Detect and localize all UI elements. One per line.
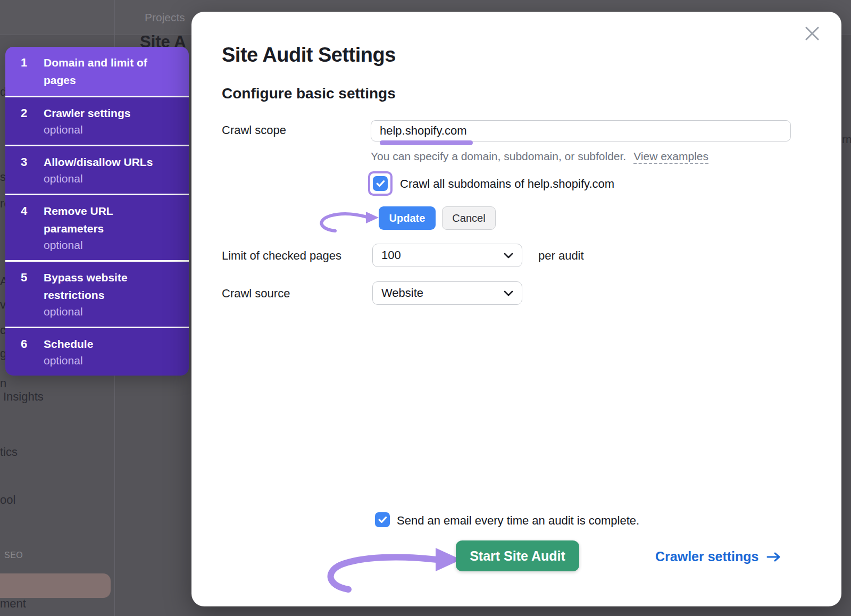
- crawl-source-select[interactable]: Website: [372, 281, 522, 305]
- crawl-scope-help-text: You can specify a domain, subdomain, or …: [371, 150, 626, 162]
- step-optional-tag: optional: [44, 171, 171, 187]
- screen: Projects Site A d s rc AP vi c g n Insig…: [0, 0, 851, 616]
- annotation-arrow-start: [322, 544, 465, 606]
- crawl-source-label: Crawl source: [222, 287, 290, 301]
- crawl-subdomains-label: Crawl all subdomains of help.shopify.com: [400, 177, 614, 191]
- limit-suffix: per audit: [538, 249, 584, 263]
- cancel-button[interactable]: Cancel: [442, 206, 496, 230]
- step-label: Crawler settings: [44, 104, 163, 122]
- step-optional-tag: optional: [44, 122, 171, 138]
- close-icon[interactable]: [803, 24, 821, 43]
- crawl-source-value: Website: [381, 286, 423, 300]
- step-allow-disallow-urls[interactable]: 3 Allow/disallow URLs optional: [5, 145, 189, 194]
- view-examples-link[interactable]: View examples: [633, 150, 708, 164]
- chevron-down-icon: [504, 290, 513, 296]
- modal-title: Site Audit Settings: [222, 44, 396, 66]
- step-optional-tag: optional: [44, 237, 171, 253]
- step-bypass-website-restrictions[interactable]: 5 Bypass website restrictions optional: [5, 260, 189, 327]
- chevron-down-icon: [504, 253, 513, 259]
- nav-fragment: n: [0, 377, 6, 390]
- step-number: 5: [5, 269, 44, 320]
- step-label: Allow/disallow URLs: [44, 153, 163, 171]
- step-number: 4: [5, 202, 44, 253]
- check-icon: [378, 516, 387, 523]
- crawl-subdomains-checkbox[interactable]: [373, 176, 388, 191]
- annotation-arrow-update: [313, 201, 385, 234]
- crawl-scope-label: Crawl scope: [222, 123, 286, 137]
- sidebar-highlighted-item: [0, 573, 111, 598]
- email-notify-label: Send an email every time an audit is com…: [397, 514, 639, 528]
- step-number: 6: [5, 335, 44, 369]
- email-notify-checkbox[interactable]: [375, 512, 390, 527]
- step-optional-tag: optional: [44, 353, 171, 369]
- background-right-fragment: rn: [842, 133, 851, 146]
- update-button[interactable]: Update: [379, 206, 436, 230]
- section-heading: Configure basic settings: [222, 85, 396, 102]
- sidebar-item-ment: ment: [0, 597, 26, 611]
- annotation-underline: [380, 140, 473, 145]
- start-site-audit-button[interactable]: Start Site Audit: [456, 540, 579, 571]
- step-label: Schedule: [44, 335, 163, 353]
- step-number: 3: [5, 153, 44, 187]
- step-number: 1: [5, 54, 44, 89]
- settings-steps-panel: 1 Domain and limit of pages 2 Crawler se…: [5, 47, 189, 376]
- sidebar-item-insights: Insights: [3, 390, 44, 404]
- step-remove-url-parameters[interactable]: 4 Remove URL parameters optional: [5, 194, 189, 260]
- annotation-highlight-box: [368, 171, 393, 196]
- limit-select-value: 100: [381, 248, 401, 262]
- site-audit-settings-modal: Site Audit Settings Configure basic sett…: [191, 12, 841, 606]
- sidebar-item-tics: tics: [0, 445, 18, 459]
- crawler-settings-link-label: Crawler settings: [655, 549, 759, 564]
- check-icon: [376, 180, 385, 187]
- sidebar-section-label: SEO: [4, 551, 23, 560]
- step-crawler-settings[interactable]: 2 Crawler settings optional: [5, 96, 189, 145]
- step-label: Bypass website restrictions: [44, 269, 163, 304]
- step-label: Remove URL parameters: [44, 202, 163, 237]
- step-domain-and-limit[interactable]: 1 Domain and limit of pages: [5, 47, 189, 96]
- arrow-right-icon: [766, 552, 781, 562]
- limit-select[interactable]: 100: [372, 244, 522, 267]
- crawl-scope-input[interactable]: [371, 120, 791, 141]
- breadcrumb: Projects: [145, 11, 185, 24]
- step-number: 2: [5, 104, 44, 138]
- sidebar-item-ool: ool: [0, 493, 15, 507]
- step-optional-tag: optional: [44, 304, 171, 320]
- step-label: Domain and limit of pages: [44, 54, 163, 89]
- crawler-settings-link[interactable]: Crawler settings: [655, 549, 781, 564]
- limit-label: Limit of checked pages: [222, 249, 341, 263]
- step-schedule[interactable]: 6 Schedule optional: [5, 327, 189, 376]
